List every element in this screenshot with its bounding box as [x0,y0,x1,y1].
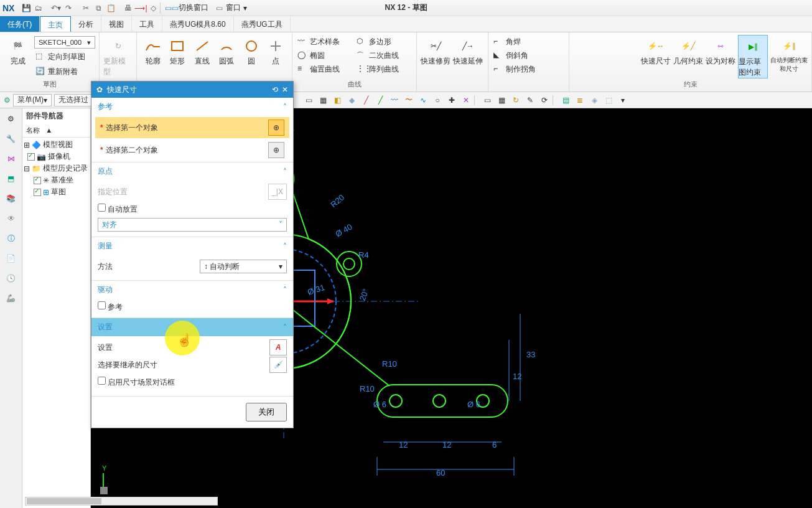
line-filter-icon[interactable]: ╱ [374,94,386,106]
autoplace-checkbox[interactable]: 自动放置 [98,204,138,215]
reuse-icon[interactable]: ⬒ [4,172,18,186]
navigator-scrollbar[interactable] [25,497,218,506]
show-constraints-button[interactable]: ▶∥显示草图约束 [738,35,768,78]
layer-icon[interactable]: ▤ [559,94,572,106]
point-button[interactable]: 点 [264,35,289,67]
section-settings[interactable]: 设置˄ [91,318,293,336]
misc2-icon[interactable]: ▦ [495,94,508,106]
orient-to-sketch[interactable]: ⬚定向到草图 [34,50,95,64]
switch-window-icon[interactable]: ▭▭ [166,2,177,14]
align-dropdown[interactable]: 对齐˅ [98,218,287,232]
style-button[interactable]: A [269,339,287,355]
box3d-icon[interactable]: ⬚ [602,94,615,106]
save-all-icon[interactable]: 🗂 [33,2,44,14]
paste-icon[interactable]: 📋 [105,2,116,14]
menu-button[interactable]: 菜单(M) ▾ [13,94,52,106]
polygon-button[interactable]: ⬡多边形 [355,35,393,49]
tree-sketch[interactable]: ⊞ 草图 [24,186,89,198]
edge-icon[interactable]: ╱ [360,94,372,106]
spline-button[interactable]: 〰艺术样条 [296,35,355,49]
tree-history[interactable]: ⊟ 📁 模型历史记录 [24,162,89,174]
curve2-icon[interactable]: 〜 [403,94,415,106]
auto-constraint-button[interactable]: ⚡∥自动判断约束和尺寸 [770,35,808,73]
eraser-icon[interactable]: ◇ [147,2,159,14]
tree-model-view[interactable]: ⊞ 🔷 模型视图 [24,139,89,151]
method-dropdown[interactable]: ↕ 自动判断▾ [200,260,287,273]
tab-tools[interactable]: 工具 [132,16,162,32]
conic-button[interactable]: ⌒二次曲线 [355,49,400,62]
section-measure[interactable]: 测量˄ [91,237,293,255]
pick-target-icon-2[interactable]: ⊕ [268,142,284,158]
fillet-button[interactable]: ⌐角焊 [492,35,565,49]
solid-icon[interactable]: ◧ [331,94,343,106]
motion-icon[interactable]: 🦾 [4,291,18,305]
curve-filter-icon[interactable]: 〰 [388,94,401,106]
reference-checkbox[interactable]: 参考 [98,303,123,311]
geo-constraint-button[interactable]: ⚡╱几何约束 [673,35,703,67]
finish-sketch-button[interactable]: 🏁 完成 [4,35,32,67]
profile-button[interactable]: 轮廓 [141,35,166,67]
library-icon[interactable]: 📚 [4,192,18,205]
select-icon[interactable]: ▭ [302,94,315,106]
document-icon[interactable]: 📄 [4,252,18,265]
select-first-object[interactable]: *选择第一个对象 ⊕ [95,117,289,138]
arc-button[interactable]: 圆弧 [215,35,240,67]
tab-yx2[interactable]: 燕秀UG工具 [234,16,291,32]
eyedropper-icon[interactable]: 💉 [269,357,287,373]
refresh-icon[interactable]: ↻ [510,94,522,106]
point-icon[interactable]: ✚ [446,94,458,106]
section-drive[interactable]: 驱动˄ [91,281,293,299]
constraint-nav-icon[interactable]: ⋈ [4,152,18,166]
window-icon[interactable]: ▭ [213,2,225,14]
sketch-select[interactable]: SKETCH_000▾ [34,36,95,49]
box-icon[interactable]: ▦ [317,94,329,106]
rect-button[interactable]: 矩形 [166,35,190,67]
tab-task[interactable]: 任务(T) [0,16,40,32]
reattach[interactable]: 🔄重新附着 [34,65,95,78]
help-icon[interactable]: ⓘ [4,232,18,245]
tab-analyze[interactable]: 分析 [71,16,101,32]
iso-icon[interactable]: ◈ [588,94,600,106]
rapid-dim-button[interactable]: ⚡↔快速尺寸 [641,35,671,67]
close-icon[interactable]: ✕ [282,85,288,94]
render-icon[interactable]: ▾ [617,94,629,106]
quick-trim-button[interactable]: ✂╱快速修剪 [421,35,450,67]
enable-scene-checkbox[interactable]: 启用尺寸场景对话框 [98,377,175,388]
chamfer-button[interactable]: ◣倒斜角 [492,49,565,62]
tree-datum[interactable]: ✳ 基准坐 [24,174,89,186]
brush-icon[interactable]: ✎ [524,94,536,106]
face-icon[interactable]: ◆ [345,94,358,106]
tab-view[interactable]: 视图 [101,16,132,32]
part-navigator-icon[interactable]: ⚙ [4,112,18,126]
misc1-icon[interactable]: ▭ [481,94,493,106]
dialog-titlebar[interactable]: ✿ 快速尺寸 ⟲✕ [91,82,293,98]
history-icon[interactable]: 🕓 [4,271,18,285]
tab-yx1[interactable]: 燕秀UG模具8.60 [162,16,233,32]
line-button[interactable]: 直线 [190,35,215,67]
circle-button[interactable]: 圆 [239,35,264,67]
measure-icon[interactable]: ⟶| [135,2,146,14]
section-origin[interactable]: 原点˄ [91,162,293,181]
circle-filter-icon[interactable]: ○ [431,94,444,106]
ellipse-button[interactable]: ◯椭圆 [296,49,355,62]
tree-camera[interactable]: 📷 摄像机 [24,151,89,162]
section-reference[interactable]: 参考˄ [91,98,293,116]
print-icon[interactable]: 🖶 [123,2,134,14]
offset-button[interactable]: ≡偏置曲线 [296,62,355,76]
cross-icon[interactable]: ✕ [460,94,472,106]
stack-icon[interactable]: ≣ [574,94,586,106]
reset-icon[interactable]: ⟲ [272,85,278,94]
switch-window-label[interactable]: 切换窗口 [179,2,208,13]
rotate-icon[interactable]: ⟳ [538,94,551,106]
redo-icon[interactable]: ↷ [63,2,74,14]
pattern-button[interactable]: ⋮⋮阵列曲线 [355,62,400,76]
copy-icon[interactable]: ⧉ [93,2,104,14]
close-button[interactable]: 关闭 [246,403,287,421]
save-icon[interactable]: 💾 [21,2,32,14]
undo-icon[interactable]: ↶▾ [50,2,62,14]
corner-button[interactable]: ⌐制作拐角 [492,62,565,76]
quick-extend-button[interactable]: ╱→快速延伸 [453,35,483,67]
assembly-icon[interactable]: 🔧 [4,132,18,146]
select-second-object[interactable]: *选择第二个对象 ⊕ [95,139,289,161]
window-label[interactable]: 窗口 [226,2,241,13]
